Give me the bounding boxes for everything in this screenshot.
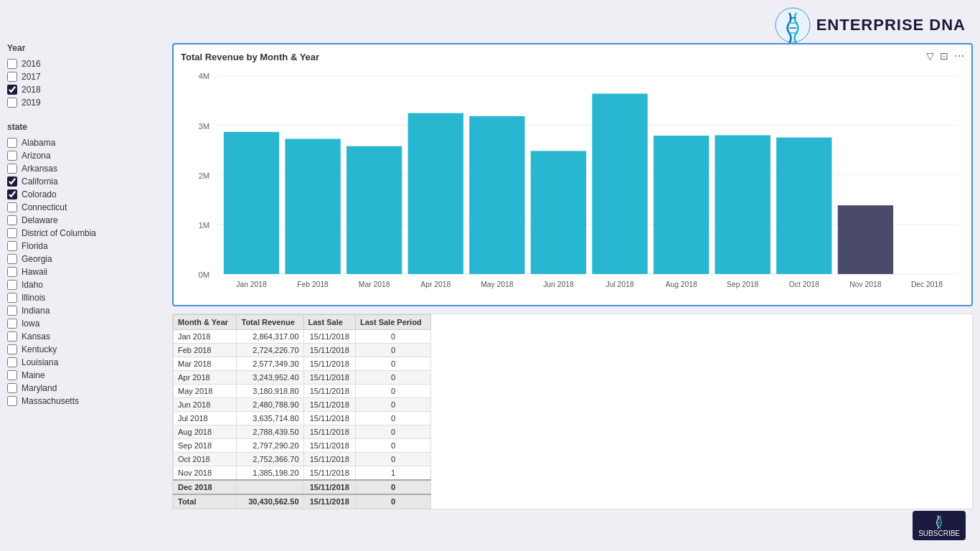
col-period: Last Sale Period	[355, 315, 430, 330]
state-checkbox-Delaware[interactable]	[7, 215, 17, 225]
expand-icon[interactable]: ⊡	[940, 50, 948, 62]
state-checkbox-Idaho[interactable]	[7, 280, 17, 290]
state-label-Alabama: Alabama	[22, 138, 55, 148]
bar-label-Feb-2018: Feb 2018	[297, 281, 329, 288]
state-filter-item-Kentucky[interactable]: Kentucky	[7, 344, 165, 354]
table-footer: Total 30,430,562.50 15/11/2018 0	[174, 494, 431, 509]
state-filter-item-Georgia[interactable]: Georgia	[7, 254, 165, 264]
more-options-icon[interactable]: ⋯	[954, 50, 964, 62]
year-label-2016: 2016	[22, 59, 41, 69]
bar-Apr-2018[interactable]	[408, 113, 463, 274]
state-checkbox-Maryland[interactable]	[7, 383, 17, 393]
bar-May-2018[interactable]	[469, 116, 524, 274]
state-checkbox-Georgia[interactable]	[7, 254, 17, 264]
state-filter-item-Hawaii[interactable]: Hawaii	[7, 267, 165, 277]
year-filter-items: 2016201720182019	[7, 59, 165, 108]
year-label-2018: 2018	[22, 85, 41, 95]
subscribe-button[interactable]: SUBSCRIBE	[913, 511, 966, 540]
cell-last-sale: 15/11/2018	[303, 357, 355, 371]
bar-label-Aug-2018: Aug 2018	[666, 281, 697, 288]
state-checkbox-Illinois[interactable]	[7, 293, 17, 303]
state-filter-item-Maine[interactable]: Maine	[7, 370, 165, 380]
year-checkbox-2017[interactable]	[7, 72, 17, 82]
chart-svg-container: 4M 3M 2M 1M 0M Jan 2018Feb 2018Mar 2018A…	[181, 68, 964, 298]
cell-total-label: Total	[174, 494, 237, 509]
table-row: Apr 2018 3,243,952.40 15/11/2018 0	[174, 371, 431, 385]
state-filter-item-Indiana[interactable]: Indiana	[7, 306, 165, 316]
state-filter-item-Illinois[interactable]: Illinois	[7, 293, 165, 303]
bar-Nov-2018[interactable]	[838, 205, 893, 274]
state-filter-item-Kansas[interactable]: Kansas	[7, 331, 165, 342]
state-checkbox-Iowa[interactable]	[7, 319, 17, 329]
state-filter-item-Arizona[interactable]: Arizona	[7, 151, 165, 161]
state-label-Kansas: Kansas	[22, 331, 50, 342]
state-checkbox-California[interactable]	[7, 176, 17, 187]
state-checkbox-Kansas[interactable]	[7, 331, 17, 342]
bar-Jul-2018[interactable]	[592, 94, 647, 274]
bar-label-Jul-2018: Jul 2018	[606, 281, 634, 288]
state-checkbox-District-of-Columbia[interactable]	[7, 228, 17, 238]
state-checkbox-Kentucky[interactable]	[7, 344, 17, 354]
state-checkbox-Maine[interactable]	[7, 370, 17, 380]
bar-label-Jun-2018: Jun 2018	[543, 281, 574, 288]
year-filter-item-2018[interactable]: 2018	[7, 85, 165, 95]
state-checkbox-Florida[interactable]	[7, 241, 17, 251]
bar-Jun-2018[interactable]	[531, 151, 586, 274]
table-row: Feb 2018 2,724,226.70 15/11/2018 0	[174, 344, 431, 357]
state-label-California: California	[22, 176, 58, 187]
state-checkbox-Massachusetts[interactable]	[7, 396, 17, 406]
bar-Mar-2018[interactable]	[347, 146, 402, 274]
year-checkbox-2019[interactable]	[7, 98, 17, 108]
cell-revenue: 2,797,290.20	[237, 439, 303, 453]
state-filter-item-Connecticut[interactable]: Connecticut	[7, 202, 165, 212]
state-filter-item-Delaware[interactable]: Delaware	[7, 215, 165, 225]
bar-Feb-2018[interactable]	[285, 139, 340, 274]
cell-month: May 2018	[174, 385, 237, 398]
state-filter-item-Louisiana[interactable]: Louisiana	[7, 357, 165, 367]
state-filter-item-California[interactable]: California	[7, 176, 165, 187]
state-filter-item-Florida[interactable]: Florida	[7, 241, 165, 251]
state-checkbox-Indiana[interactable]	[7, 306, 17, 316]
state-filter-item-Idaho[interactable]: Idaho	[7, 280, 165, 290]
bar-label-Oct-2018: Oct 2018	[789, 281, 819, 288]
year-filter-item-2017[interactable]: 2017	[7, 72, 165, 82]
cell-revenue: 2,577,349.30	[237, 357, 303, 371]
state-checkbox-Arizona[interactable]	[7, 151, 17, 161]
state-filter-section: state AlabamaArizonaArkansasCaliforniaCo…	[7, 122, 165, 406]
state-checkbox-Arkansas[interactable]	[7, 164, 17, 174]
state-checkbox-Hawaii[interactable]	[7, 267, 17, 277]
table-row: Jul 2018 3,635,714.80 15/11/2018 0	[174, 412, 431, 425]
bar-Aug-2018[interactable]	[654, 136, 709, 274]
cell-period: 0	[355, 480, 430, 494]
table-row: Dec 2018 15/11/2018 0	[174, 480, 431, 494]
state-filter-item-Arkansas[interactable]: Arkansas	[7, 164, 165, 174]
bar-Oct-2018[interactable]	[776, 138, 831, 274]
bar-Jan-2018[interactable]	[224, 132, 279, 274]
cell-period: 0	[355, 344, 430, 357]
cell-period: 0	[355, 453, 430, 466]
state-checkbox-Louisiana[interactable]	[7, 357, 17, 367]
year-filter-item-2019[interactable]: 2019	[7, 98, 165, 108]
state-filter-item-Maryland[interactable]: Maryland	[7, 383, 165, 393]
state-label-Idaho: Idaho	[22, 280, 43, 290]
state-filter-item-Alabama[interactable]: Alabama	[7, 138, 165, 148]
year-checkbox-2016[interactable]	[7, 59, 17, 69]
year-checkbox-2018[interactable]	[7, 85, 17, 95]
cell-period: 0	[355, 412, 430, 425]
bar-Sep-2018[interactable]	[715, 136, 771, 274]
state-filter-item-Iowa[interactable]: Iowa	[7, 319, 165, 329]
table-row: Aug 2018 2,788,439.50 15/11/2018 0	[174, 425, 431, 439]
state-filter-item-Massachusetts[interactable]: Massachusetts	[7, 396, 165, 406]
state-filter-item-District-of-Columbia[interactable]: District of Columbia	[7, 228, 165, 238]
cell-month: Apr 2018	[174, 371, 237, 385]
state-checkbox-Connecticut[interactable]	[7, 202, 17, 212]
cell-period: 1	[355, 466, 430, 481]
state-checkbox-Colorado[interactable]	[7, 189, 17, 199]
table-body: Jan 2018 2,864,317.00 15/11/2018 0 Feb 2…	[174, 330, 431, 495]
year-filter-section: Year 2016201720182019	[7, 43, 165, 108]
state-checkbox-Alabama[interactable]	[7, 138, 17, 148]
state-filter-item-Colorado[interactable]: Colorado	[7, 189, 165, 199]
year-filter-item-2016[interactable]: 2016	[7, 59, 165, 69]
filter-icon[interactable]: ▽	[926, 50, 934, 62]
state-label-Louisiana: Louisiana	[22, 357, 58, 367]
